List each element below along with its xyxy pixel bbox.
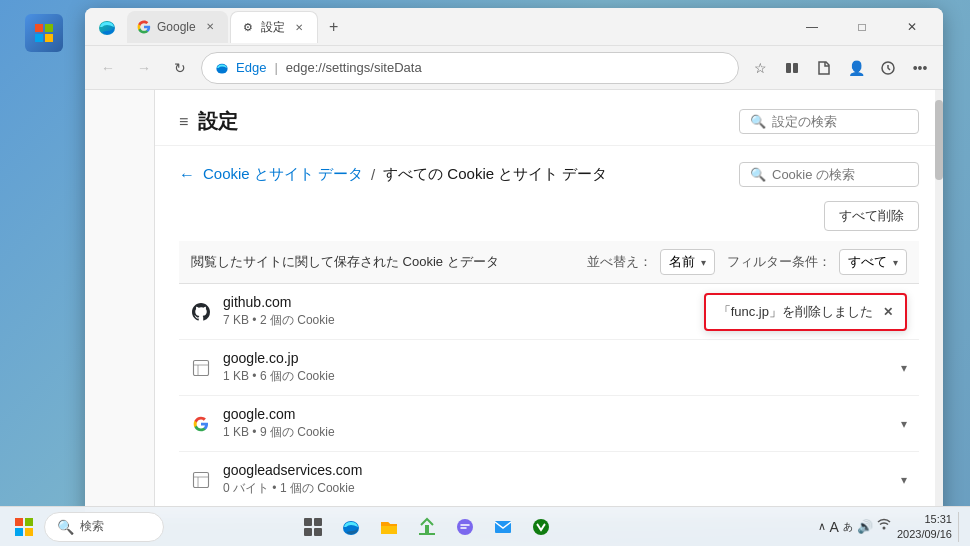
site-row-github[interactable]: github.com 7 KB • 2 個の Cookie ▾ 「func.jp… xyxy=(179,284,919,340)
filter-select[interactable]: すべて ▾ xyxy=(839,249,907,275)
taskbar-search[interactable]: 🔍 検索 xyxy=(44,512,164,542)
favorite-button[interactable]: ☆ xyxy=(745,53,775,83)
breadcrumb-back-button[interactable]: ← xyxy=(179,166,195,184)
svg-rect-3 xyxy=(45,34,53,42)
keyboard-icon[interactable]: A xyxy=(830,519,839,535)
settings-search-input[interactable] xyxy=(772,114,908,129)
system-tray-icons: ∧ A あ 🔊 xyxy=(818,518,891,535)
svg-rect-21 xyxy=(25,528,33,536)
sort-value: 名前 xyxy=(669,253,695,271)
googleadservices-row-chevron[interactable]: ▾ xyxy=(901,473,907,487)
settings-search-box[interactable]: 🔍 xyxy=(739,109,919,134)
address-edge-label: Edge xyxy=(236,60,266,75)
settings-header: ≡ 設定 🔍 xyxy=(155,90,943,146)
svg-rect-25 xyxy=(314,528,322,536)
japanese-mode-icon[interactable]: あ xyxy=(843,520,853,534)
taskbar-edge-button[interactable] xyxy=(333,509,369,545)
tab-google[interactable]: Google ✕ xyxy=(127,11,228,43)
taskbar-chat-button[interactable] xyxy=(447,509,483,545)
google-co-jp-row-chevron[interactable]: ▾ xyxy=(901,361,907,375)
google-tab-icon xyxy=(137,20,151,34)
extensions-button[interactable] xyxy=(873,53,903,83)
sort-select[interactable]: 名前 ▾ xyxy=(660,249,715,275)
settings-tab-icon: ⚙ xyxy=(241,20,255,34)
desktop-icon-image xyxy=(25,14,63,52)
breadcrumb-link[interactable]: Cookie とサイト データ xyxy=(203,165,363,184)
refresh-button[interactable]: ↻ xyxy=(165,53,195,83)
scrollbar[interactable] xyxy=(935,90,943,518)
close-button[interactable]: ✕ xyxy=(889,11,935,43)
svg-rect-12 xyxy=(194,472,209,487)
delete-all-button[interactable]: すべて削除 xyxy=(824,201,919,231)
cookie-search-icon: 🔍 xyxy=(750,167,766,182)
google-com-row-chevron[interactable]: ▾ xyxy=(901,417,907,431)
breadcrumb-current: すべての Cookie とサイト データ xyxy=(383,165,607,184)
hamburger-icon[interactable]: ≡ xyxy=(179,113,188,131)
forward-button[interactable]: → xyxy=(129,53,159,83)
svg-rect-28 xyxy=(419,533,435,535)
google-com-icon xyxy=(191,414,211,434)
taskbar-explorer-button[interactable] xyxy=(371,509,407,545)
address-input[interactable]: Edge | edge://settings/siteData xyxy=(201,52,739,84)
taskbar-mail-button[interactable] xyxy=(485,509,521,545)
github-icon xyxy=(191,302,211,322)
add-to-collection-button[interactable] xyxy=(809,53,839,83)
reading-mode-button[interactable] xyxy=(777,53,807,83)
taskbar-search-icon: 🔍 xyxy=(57,519,74,535)
googleadservices-site-name: googleadservices.com xyxy=(223,462,889,478)
volume-icon[interactable]: 🔊 xyxy=(857,519,873,534)
taskbar-center-icons xyxy=(295,509,559,545)
filter-area: フィルター条件： すべて ▾ xyxy=(727,249,907,275)
cookie-search-input[interactable] xyxy=(772,167,908,182)
googleadservices-site-info: googleadservices.com 0 バイト • 1 個の Cookie xyxy=(223,462,889,497)
taskbar-xbox-button[interactable] xyxy=(523,509,559,545)
tray-chevron[interactable]: ∧ xyxy=(818,520,826,533)
cookie-table: 閲覧したサイトに関して保存された Cookie とデータ 並べ替え： 名前 ▾ … xyxy=(155,241,943,518)
breadcrumb: ← Cookie とサイト データ / すべての Cookie とサイト データ xyxy=(179,165,607,184)
table-header-row: 閲覧したサイトに関して保存された Cookie とデータ 並べ替え： 名前 ▾ … xyxy=(179,241,919,284)
more-button[interactable]: ••• xyxy=(905,53,935,83)
sort-area: 並べ替え： 名前 ▾ xyxy=(587,249,715,275)
googleadservices-icon xyxy=(191,470,211,490)
network-icon[interactable] xyxy=(877,518,891,535)
site-row-google-com[interactable]: google.com 1 KB • 9 個の Cookie ▾ xyxy=(179,396,919,452)
svg-rect-24 xyxy=(304,528,312,536)
maximize-button[interactable]: □ xyxy=(839,11,885,43)
settings-title: 設定 xyxy=(198,108,238,135)
table-header-label: 閲覧したサイトに関して保存された Cookie とデータ xyxy=(191,253,575,271)
clock-time: 15:31 xyxy=(924,512,952,526)
tab-settings-close[interactable]: ✕ xyxy=(291,19,307,35)
svg-rect-30 xyxy=(495,521,511,533)
desktop-icon[interactable] xyxy=(14,14,74,52)
title-bar: Google ✕ ⚙ 設定 ✕ + — □ ✕ xyxy=(85,8,943,46)
cookie-search-box[interactable]: 🔍 xyxy=(739,162,919,187)
tab-google-label: Google xyxy=(157,20,196,34)
google-co-jp-site-name: google.co.jp xyxy=(223,350,889,366)
toast-close-button[interactable]: ✕ xyxy=(883,305,893,319)
svg-rect-19 xyxy=(25,518,33,526)
window-controls: — □ ✕ xyxy=(789,11,935,43)
settings-sidebar xyxy=(85,90,155,518)
task-view-button[interactable] xyxy=(295,509,331,545)
googleadservices-site-details: 0 バイト • 1 個の Cookie xyxy=(223,480,889,497)
svg-rect-22 xyxy=(304,518,312,526)
taskbar-clock[interactable]: 15:31 2023/09/16 xyxy=(897,512,952,541)
show-desktop-button[interactable] xyxy=(958,512,962,542)
filter-label: フィルター条件： xyxy=(727,253,831,271)
tab-bar: Google ✕ ⚙ 設定 ✕ + xyxy=(93,11,785,43)
tab-google-close[interactable]: ✕ xyxy=(202,19,218,35)
new-tab-button[interactable]: + xyxy=(320,13,348,41)
site-row-google-co-jp[interactable]: google.co.jp 1 KB • 6 個の Cookie ▾ xyxy=(179,340,919,396)
svg-point-31 xyxy=(533,519,549,535)
back-button[interactable]: ← xyxy=(93,53,123,83)
start-button[interactable] xyxy=(8,511,40,543)
svg-point-29 xyxy=(457,519,473,535)
tab-settings[interactable]: ⚙ 設定 ✕ xyxy=(230,11,318,43)
toast-text: 「func.jp」を削除しました xyxy=(718,303,873,321)
profile-button[interactable]: 👤 xyxy=(841,53,871,83)
taskbar-store-button[interactable] xyxy=(409,509,445,545)
minimize-button[interactable]: — xyxy=(789,11,835,43)
scrollbar-thumb[interactable] xyxy=(935,100,943,180)
address-bar: ← → ↻ Edge | edge://settings/siteData ☆ xyxy=(85,46,943,90)
site-row-googleadservices[interactable]: googleadservices.com 0 バイト • 1 個の Cookie… xyxy=(179,452,919,508)
